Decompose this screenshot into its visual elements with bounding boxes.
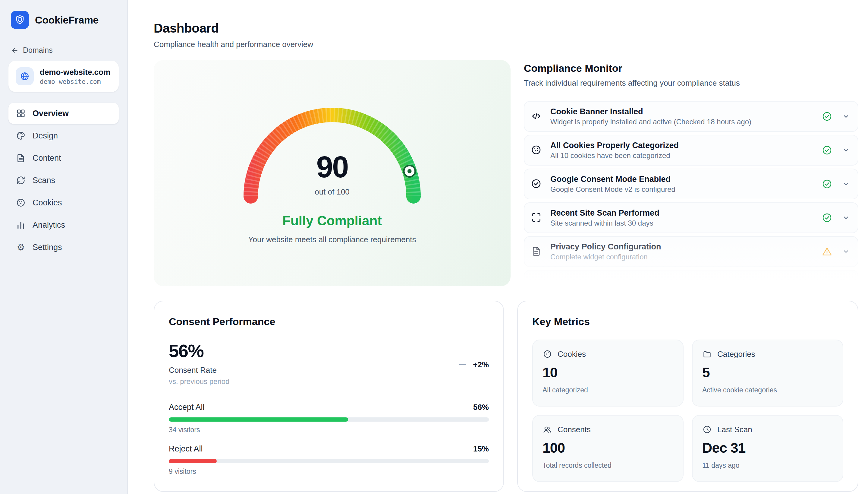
compliance-monitor-subtitle: Track individual requirements affecting …: [524, 78, 859, 88]
compliance-score-card: 90 out of 100 Fully Compliant Your websi…: [154, 60, 511, 286]
metric-value: 5: [702, 364, 833, 381]
consent-performance-card: Consent Performance 56% Consent Rate vs.…: [154, 301, 504, 492]
sidebar-item-content[interactable]: Content: [8, 148, 119, 169]
sidebar: CookieFrame Domains demo-website.com dem…: [0, 0, 128, 494]
sidebar-item-settings[interactable]: ⚙ Settings: [8, 237, 119, 258]
file-icon: [530, 246, 542, 258]
compliance-status: Fully Compliant: [154, 213, 511, 228]
sidebar-item-overview[interactable]: Overview: [8, 103, 119, 124]
monitor-item-consent-records[interactable]: Consent Records Being Logged: [524, 270, 859, 286]
check-circle-icon: [822, 178, 832, 189]
refresh-icon: [16, 175, 26, 186]
arrow-left-icon: [11, 46, 19, 54]
monitor-item-text: Recent Site Scan Performed Site scanned …: [550, 208, 822, 227]
monitor-item-cookies-categorized[interactable]: All Cookies Properly Categorized All 10 …: [524, 135, 859, 166]
check-circle-icon: [822, 212, 832, 223]
compliance-monitor-list: Cookie Banner Installed Widget is proper…: [524, 101, 859, 286]
sidebar-item-label: Overview: [33, 109, 69, 118]
progress-fill: [169, 459, 217, 463]
monitor-item-description: Complete widget configuration: [550, 253, 822, 261]
metric-cookies: Cookies 10 All categorized: [532, 340, 684, 406]
page-title: Dashboard: [154, 21, 859, 36]
check-circle-icon: [822, 145, 832, 156]
main-content: Dashboard Compliance health and performa…: [128, 0, 868, 494]
domain-hostname: demo-website.com: [40, 78, 110, 86]
consent-rate-label: Consent Rate: [169, 365, 489, 375]
chevron-down-icon[interactable]: [842, 146, 850, 155]
app-logo: CookieFrame: [8, 10, 119, 30]
metric-value: 100: [542, 440, 673, 456]
sidebar-item-cookies[interactable]: Cookies: [8, 192, 119, 213]
sidebar-item-analytics[interactable]: Analytics: [8, 214, 119, 235]
domain-card[interactable]: demo-website.com demo-website.com: [8, 61, 119, 92]
sidebar-item-scans[interactable]: Scans: [8, 170, 119, 191]
compliance-score-value: 90: [154, 152, 511, 182]
back-to-domains-link[interactable]: Domains: [11, 46, 116, 55]
users-icon: [542, 425, 552, 434]
compliance-monitor-title: Compliance Monitor: [524, 62, 859, 74]
bar-chart-icon: [16, 220, 26, 230]
monitor-item-title: Consent Records Being Logged: [550, 280, 822, 286]
check-circle-icon: [822, 280, 832, 286]
grid-icon: [16, 108, 26, 118]
sidebar-item-design[interactable]: Design: [8, 125, 119, 146]
metric-label: Last Scan: [717, 425, 752, 434]
bar-caption: 9 visitors: [169, 468, 489, 476]
metric-consents: Consents 100 Total records collected: [532, 415, 684, 482]
metrics-grid: Cookies 10 All categorized Cat: [532, 340, 843, 482]
metric-caption: All categorized: [542, 386, 673, 394]
gear-icon: ⚙: [16, 242, 26, 252]
monitor-item-consent-mode[interactable]: Google Consent Mode Enabled Google Conse…: [524, 169, 859, 200]
monitor-item-site-scan[interactable]: Recent Site Scan Performed Site scanned …: [524, 202, 859, 233]
monitor-item-title: Google Consent Mode Enabled: [550, 175, 822, 184]
cookie-icon: [530, 144, 542, 156]
trend-indicator: +2%: [457, 359, 489, 370]
compliance-monitor: Compliance Monitor Track individual requ…: [524, 60, 859, 286]
consent-bars: Accept All 56% 34 visitors Reject All 15…: [169, 403, 489, 476]
monitor-item-text: Google Consent Mode Enabled Google Conse…: [550, 175, 822, 194]
chevron-down-icon[interactable]: [842, 112, 850, 121]
monitor-item-cookie-banner[interactable]: Cookie Banner Installed Widget is proper…: [524, 101, 859, 132]
metric-label: Consents: [557, 425, 591, 434]
monitor-item-status: [822, 145, 850, 156]
reject-all-bar-group: Reject All 15% 9 visitors: [169, 444, 489, 476]
monitor-item-privacy-policy[interactable]: Privacy Policy Configuration Complete wi…: [524, 236, 859, 267]
folder-icon: [702, 349, 712, 359]
chevron-down-icon[interactable]: [842, 213, 850, 222]
metric-caption: 11 days ago: [702, 461, 833, 470]
metric-value: 10: [542, 364, 673, 381]
consent-rate-caption: vs. previous period: [169, 377, 489, 386]
metric-caption: Active cookie categories: [702, 386, 833, 394]
app-name: CookieFrame: [35, 14, 99, 26]
monitor-item-title: Privacy Policy Configuration: [550, 242, 822, 251]
monitor-item-title: Recent Site Scan Performed: [550, 208, 822, 218]
shield-logo-icon: [11, 11, 29, 29]
monitor-item-description: All 10 cookies have been categorized: [550, 151, 822, 160]
sidebar-item-label: Scans: [33, 176, 55, 185]
globe-icon: [16, 67, 34, 86]
monitor-item-status: [822, 246, 850, 257]
monitor-item-description: Site scanned within last 30 days: [550, 219, 822, 227]
compliance-status-description: Your website meets all compliance requir…: [154, 235, 511, 244]
metric-caption: Total records collected: [542, 461, 673, 470]
bar-value: 56%: [473, 403, 489, 412]
check-circle-icon: [822, 111, 832, 122]
trend-value: +2%: [473, 360, 489, 369]
palette-icon: [16, 131, 26, 141]
page-subtitle: Compliance health and performance overvi…: [154, 40, 859, 49]
monitor-item-text: All Cookies Properly Categorized All 10 …: [550, 141, 822, 160]
chevron-down-icon[interactable]: [842, 281, 850, 286]
monitor-item-text: Cookie Banner Installed Widget is proper…: [550, 107, 822, 126]
scan-frame-icon: [530, 212, 542, 224]
monitor-item-status: [822, 212, 850, 223]
chevron-down-icon[interactable]: [842, 179, 850, 189]
check-badge-icon: [530, 178, 542, 190]
domain-name: demo-website.com: [40, 68, 110, 77]
monitor-item-status: [822, 111, 850, 122]
monitor-item-status: [822, 178, 850, 189]
monitor-item-description: Widget is properly installed and active …: [550, 118, 822, 126]
chevron-down-icon[interactable]: [842, 247, 850, 256]
bar-label: Reject All: [169, 444, 203, 454]
records-icon: [530, 279, 542, 286]
sidebar-nav: Overview Design: [8, 103, 119, 258]
